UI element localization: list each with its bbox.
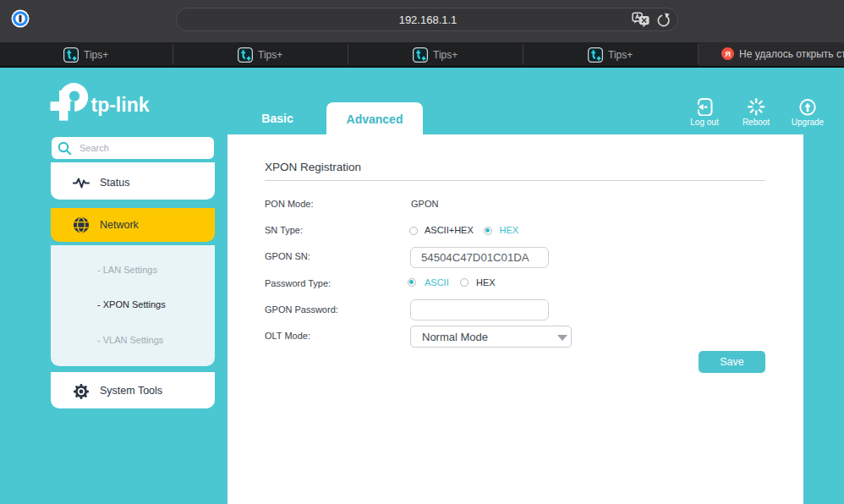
svg-text:Я: Я xyxy=(725,50,731,58)
svg-text:tp-link: tp-link xyxy=(91,94,150,116)
